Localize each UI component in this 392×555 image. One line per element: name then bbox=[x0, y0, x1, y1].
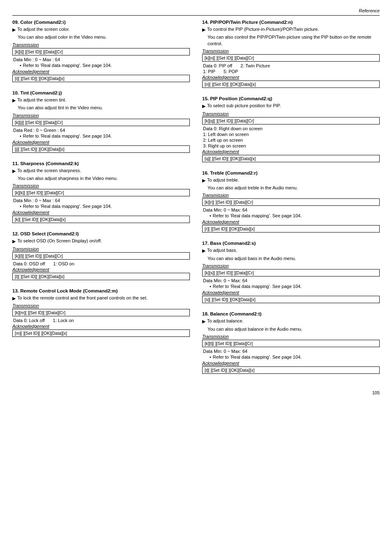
section-13-title: 13. Remote Control Lock Mode (Command2:m… bbox=[12, 288, 190, 293]
section-18-acknowledgement-label: Acknowledgement bbox=[202, 361, 380, 366]
section-13-transmission-label: Transmission bbox=[12, 303, 190, 308]
section-15: 15. PIP Position (Command2:q)▶To select … bbox=[202, 96, 380, 164]
section-12-transmission-label: Transmission bbox=[12, 246, 190, 251]
page-header: Reference bbox=[12, 8, 380, 16]
section-16-acknowledgement-label: Acknowledgement bbox=[202, 219, 380, 224]
section-11-transmission-code: [k][k][ ][Set ID][ ][Data][Cr] bbox=[12, 189, 190, 196]
left-column: 09. Color (Command2:i)▶To adjust the scr… bbox=[12, 20, 190, 382]
section-15-transmission-label: Transmission bbox=[202, 111, 380, 116]
section-16: 16. Treble (Command2:r)▶To adjust treble… bbox=[202, 170, 380, 235]
section-11: 11. Sharpness (Command2:k)▶To adjust the… bbox=[12, 161, 190, 225]
section-17-transmission-label: Transmission bbox=[202, 263, 380, 268]
section-12: 12. OSD Select (Command2:l)▶To select OS… bbox=[12, 231, 190, 281]
section-18: 18. Balance (Command2:t)▶To adjust balan… bbox=[202, 311, 380, 375]
section-09-transmission-code: [k][i][ ][Set ID][ ][Data][Cr] bbox=[12, 48, 190, 55]
section-12-acknowledgement-label: Acknowledgement bbox=[12, 267, 190, 272]
section-09-acknowledgement-code: [i][ ][Set ID][ ][OK][Data][x] bbox=[12, 75, 190, 82]
section-10: 10. Tint (Command2:j)▶To adjust the scre… bbox=[12, 90, 190, 154]
section-16-transmission-code: [k][r][ ][Set ID][ ][Data][Cr] bbox=[202, 198, 380, 206]
section-10-title: 10. Tint (Command2:j) bbox=[12, 90, 190, 95]
section-18-title: 18. Balance (Command2:t) bbox=[202, 311, 380, 316]
arrow-icon: ▶ bbox=[202, 27, 205, 33]
section-14: 14. PIP/POP/Twin Picture (Command2:n)▶To… bbox=[202, 20, 380, 90]
arrow-icon: ▶ bbox=[12, 27, 16, 33]
arrow-icon: ▶ bbox=[12, 295, 16, 302]
page-number: 105 bbox=[12, 390, 380, 395]
section-12-transmission-code: [k][l][ ][Set ID][ ][Data][Cr] bbox=[12, 252, 190, 260]
arrow-icon: ▶ bbox=[202, 248, 205, 254]
section-11-acknowledgement-label: Acknowledgement bbox=[12, 210, 190, 215]
section-11-acknowledgement-code: [k][ ][Set ID][ ][OK][Data][x] bbox=[12, 216, 190, 223]
section-16-acknowledgement-code: [r][ ][Set ID][ ][OK][Data][x] bbox=[202, 225, 380, 233]
section-18-transmission-label: Transmission bbox=[202, 334, 380, 339]
arrow-icon: ▶ bbox=[12, 238, 16, 244]
section-17: 17. Bass (Command2:s)▶To adjust bass.You… bbox=[202, 241, 380, 305]
section-17-acknowledgement-label: Acknowledgement bbox=[202, 290, 380, 295]
section-16-transmission-label: Transmission bbox=[202, 193, 380, 198]
section-15-title: 15. PIP Position (Command2:q) bbox=[202, 96, 380, 101]
arrow-icon: ▶ bbox=[202, 318, 205, 325]
section-12-title: 12. OSD Select (Command2:l) bbox=[12, 231, 190, 236]
section-09: 09. Color (Command2:i)▶To adjust the scr… bbox=[12, 20, 190, 84]
section-13-acknowledgement-code: [m][ ][Set ID][ ][OK][Data][x] bbox=[12, 329, 190, 337]
section-18-transmission-code: [k][t][ ][Set ID][ ][Data][Cr] bbox=[202, 340, 380, 347]
section-09-acknowledgement-label: Acknowledgement bbox=[12, 69, 190, 74]
section-10-acknowledgement-label: Acknowledgement bbox=[12, 140, 190, 145]
section-17-transmission-code: [k][s][ ][Set ID][ ][Data][Cr] bbox=[202, 269, 380, 276]
section-16-title: 16. Treble (Command2:r) bbox=[202, 170, 380, 175]
section-12-acknowledgement-code: [l][ ][Set ID][ ][OK][Data][x] bbox=[12, 273, 190, 280]
section-11-transmission-label: Transmission bbox=[12, 183, 190, 188]
section-14-title: 14. PIP/POP/Twin Picture (Command2:n) bbox=[202, 20, 380, 25]
arrow-icon: ▶ bbox=[202, 177, 205, 184]
section-14-transmission-code: [k][n][ ][Set ID][ ][Data][Cr] bbox=[202, 54, 380, 62]
section-14-acknowledgement-code: [n][ ][Set ID][ ][OK][Data][x] bbox=[202, 81, 380, 88]
arrow-icon: ▶ bbox=[202, 103, 205, 109]
section-09-title: 09. Color (Command2:i) bbox=[12, 20, 190, 25]
section-13-acknowledgement-label: Acknowledgement bbox=[12, 324, 190, 329]
section-10-acknowledgement-code: [j][ ][Set ID][ ][OK][Data][x] bbox=[12, 145, 190, 153]
section-14-transmission-label: Transmission bbox=[202, 48, 380, 53]
section-17-acknowledgement-code: [s][ ][Set ID][ ][OK][Data][x] bbox=[202, 296, 380, 303]
section-15-transmission-code: [k][q][ ][Set ID][ ][Data][Cr] bbox=[202, 117, 380, 124]
right-column: 14. PIP/POP/Twin Picture (Command2:n)▶To… bbox=[202, 20, 380, 382]
section-13: 13. Remote Control Lock Mode (Command2:m… bbox=[12, 288, 190, 339]
arrow-icon: ▶ bbox=[12, 168, 16, 174]
section-11-title: 11. Sharpness (Command2:k) bbox=[12, 161, 190, 166]
section-15-acknowledgement-label: Acknowledgement bbox=[202, 149, 380, 154]
section-10-transmission-label: Transmission bbox=[12, 113, 190, 118]
section-15-acknowledgement-code: [q][ ][Set ID][ ][OK][Data][x] bbox=[202, 155, 380, 162]
section-13-transmission-code: [k][m][ ][Set ID][ ][Data][Cr] bbox=[12, 309, 190, 316]
section-14-acknowledgement-label: Acknowledgement bbox=[202, 75, 380, 80]
arrow-icon: ▶ bbox=[12, 97, 16, 104]
section-17-title: 17. Bass (Command2:s) bbox=[202, 241, 380, 246]
section-18-acknowledgement-code: [t][ ][Set ID][ ][OK][Data][x] bbox=[202, 366, 380, 374]
section-10-transmission-code: [k][j][ ][Set ID][ ][Data][Cr] bbox=[12, 119, 190, 126]
section-09-transmission-label: Transmission bbox=[12, 42, 190, 47]
